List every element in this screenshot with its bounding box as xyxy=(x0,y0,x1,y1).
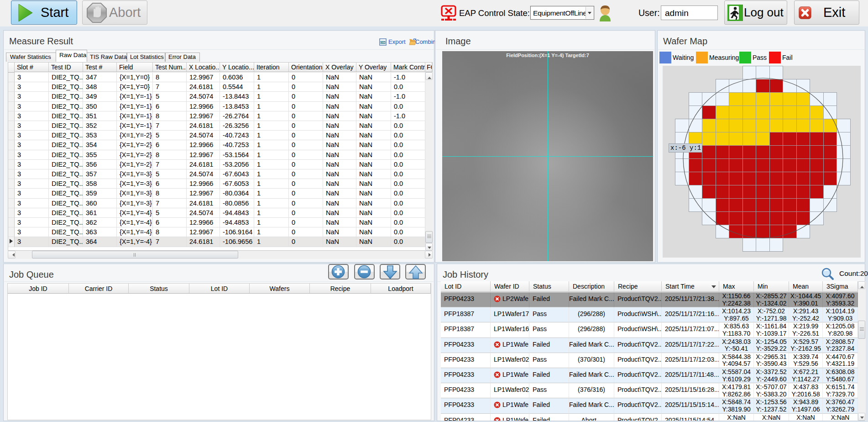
svg-text:CSV: CSV xyxy=(381,41,386,44)
